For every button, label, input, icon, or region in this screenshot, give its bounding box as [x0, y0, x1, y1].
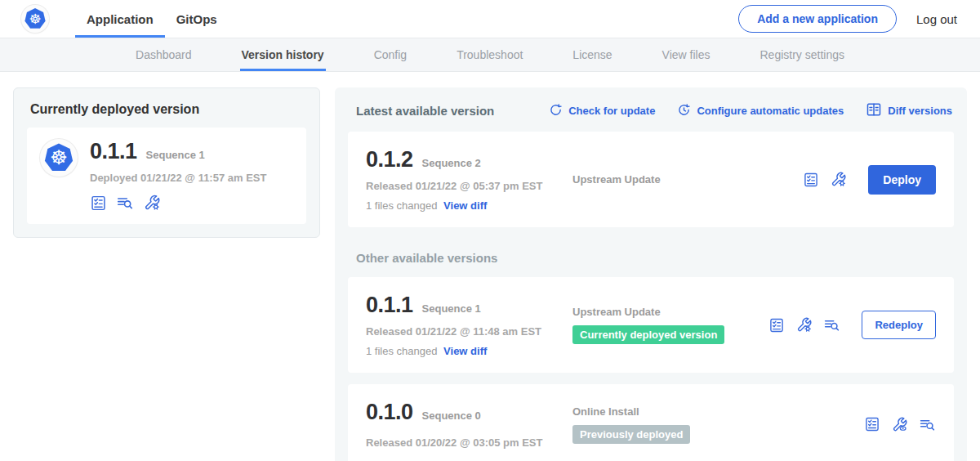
tab-license[interactable]: License — [571, 38, 613, 71]
diff-versions-link[interactable]: Diff versions — [866, 101, 952, 120]
view-diff-link[interactable]: View diff — [443, 345, 487, 357]
tab-version-history[interactable]: Version history — [240, 38, 326, 71]
deployed-sequence-label: Sequence 1 — [146, 149, 205, 161]
kubernetes-helm-wheel-icon: ☸ — [43, 142, 74, 173]
version-row: 0.1.1 Sequence 1 Released 01/21/22 @ 11:… — [348, 277, 954, 373]
release-notes-icon[interactable] — [768, 317, 785, 333]
sequence-label: Sequence 2 — [422, 157, 481, 169]
troubleshoot-logs-icon[interactable] — [823, 316, 840, 333]
version-row: 0.1.0 Sequence 0 Released 01/20/22 @ 03:… — [348, 384, 954, 461]
app-logo: ☸ — [40, 139, 78, 177]
deployed-version-number: 0.1.1 — [90, 139, 137, 164]
app-logo: ☸ — [21, 5, 49, 33]
files-changed-label: 1 files changed — [366, 345, 437, 357]
release-notes-icon[interactable] — [90, 195, 107, 212]
app-subnav: Dashboard Version history Config Trouble… — [0, 38, 980, 72]
top-header: ☸ Application GitOps Add a new applicati… — [0, 0, 980, 38]
tab-troubleshoot[interactable]: Troubleshoot — [455, 38, 524, 71]
view-diff-link[interactable]: View diff — [443, 199, 487, 212]
auto-update-clock-icon — [677, 103, 691, 119]
tab-registry-settings[interactable]: Registry settings — [759, 38, 846, 71]
other-versions-title: Other available versions — [356, 251, 952, 265]
tab-view-files[interactable]: View files — [661, 38, 712, 71]
redeploy-button[interactable]: Redeploy — [862, 311, 936, 339]
tab-gitops[interactable]: GitOps — [165, 0, 229, 38]
deployed-timestamp: Deployed 01/21/22 @ 11:57 am EST — [90, 172, 266, 184]
release-notes-icon[interactable] — [803, 172, 819, 188]
version-row: 0.1.2 Sequence 2 Released 01/21/22 @ 05:… — [348, 132, 954, 227]
check-for-update-link[interactable]: Check for update — [549, 103, 655, 119]
currently-deployed-title: Currently deployed version — [30, 102, 306, 117]
sequence-label: Sequence 1 — [422, 302, 481, 315]
main-content: Currently deployed version ☸ 0.1.1 Seque… — [0, 72, 980, 461]
edit-config-icon[interactable] — [143, 194, 161, 212]
header-right: Add a new application Log out — [738, 5, 957, 33]
version-source-label: Upstream Update — [572, 306, 768, 318]
release-notes-icon[interactable] — [864, 416, 880, 432]
version-number: 0.1.0 — [366, 400, 413, 425]
tab-application[interactable]: Application — [75, 0, 165, 38]
deployed-version-card: ☸ 0.1.1 Sequence 1 Deployed 01/21/22 @ 1… — [27, 128, 306, 224]
files-changed-label: 1 files changed — [366, 199, 437, 212]
released-timestamp: Released 01/21/22 @ 05:37 pm EST — [366, 180, 572, 192]
released-timestamp: Released 01/20/22 @ 03:05 pm EST — [366, 436, 572, 449]
tab-config[interactable]: Config — [372, 38, 408, 71]
version-number: 0.1.2 — [366, 147, 413, 172]
version-history-panel: Latest available version Check for updat… — [335, 87, 967, 461]
troubleshoot-logs-icon[interactable] — [116, 194, 134, 212]
currently-deployed-badge: Currently deployed version — [572, 325, 724, 344]
refresh-icon — [549, 103, 563, 119]
latest-version-title: Latest available version — [356, 104, 494, 118]
edit-config-icon[interactable] — [830, 171, 847, 188]
tab-dashboard[interactable]: Dashboard — [134, 38, 194, 71]
version-source-label: Upstream Update — [572, 173, 803, 186]
logout-button[interactable]: Log out — [916, 12, 957, 26]
released-timestamp: Released 01/21/22 @ 11:48 am EST — [366, 325, 572, 338]
add-application-button[interactable]: Add a new application — [738, 5, 897, 33]
version-source-label: Online Install — [572, 405, 864, 418]
edit-config-icon[interactable] — [795, 316, 813, 333]
header-tabs: Application GitOps — [75, 0, 229, 38]
previously-deployed-badge: Previously deployed — [572, 425, 690, 444]
configure-automatic-updates-link[interactable]: Configure automatic updates — [677, 103, 844, 119]
view-config-icon[interactable] — [891, 416, 908, 433]
currently-deployed-panel: Currently deployed version ☸ 0.1.1 Seque… — [13, 87, 320, 238]
diff-table-icon — [866, 101, 882, 120]
sequence-label: Sequence 0 — [422, 410, 481, 422]
deploy-button[interactable]: Deploy — [868, 165, 936, 195]
kubernetes-helm-wheel-icon: ☸ — [24, 7, 47, 30]
troubleshoot-logs-icon[interactable] — [919, 416, 936, 433]
version-number: 0.1.1 — [366, 293, 413, 318]
